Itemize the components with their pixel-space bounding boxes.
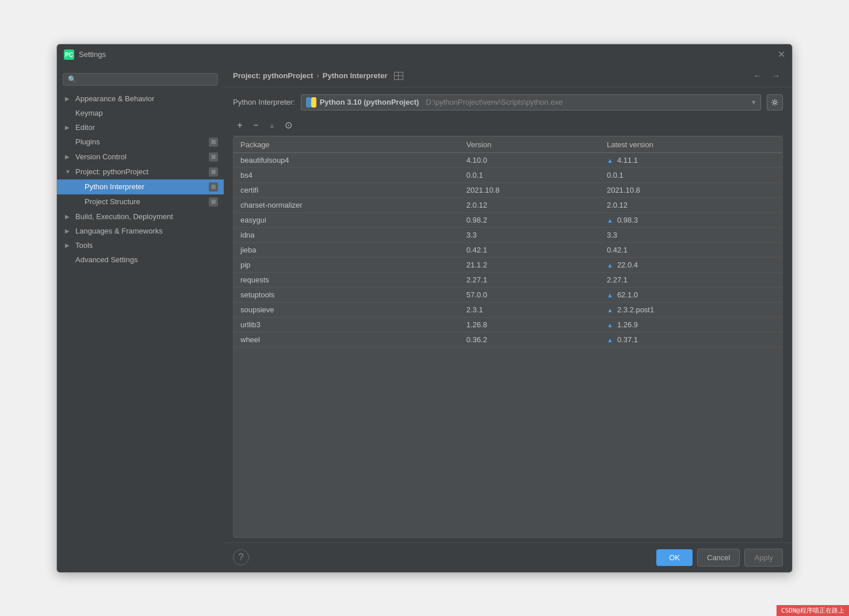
col-package: Package <box>234 137 460 153</box>
show-details-button[interactable]: ⊙ <box>281 118 295 132</box>
table-row[interactable]: setuptools57.0.0▲ 62.1.0 <box>234 287 782 302</box>
package-name: certifi <box>234 182 460 197</box>
breadcrumb-nav: ← → <box>751 70 783 82</box>
ok-button[interactable]: OK <box>656 549 693 566</box>
sidebar-item-languages-frameworks[interactable]: ▶ Languages & Frameworks <box>57 224 224 238</box>
cancel-button[interactable]: Cancel <box>697 549 740 567</box>
interpreter-select[interactable]: Python 3.10 (pythonProject) D:\pythonPro… <box>301 94 761 110</box>
sidebar-item-keymap[interactable]: Keymap <box>57 106 224 120</box>
table-row[interactable]: pip21.1.2▲ 22.0.4 <box>234 257 782 272</box>
upgrade-arrow-icon: ▲ <box>607 336 615 343</box>
package-version: 2.0.12 <box>460 197 600 212</box>
interpreter-value: Python 3.10 (pythonProject) <box>320 98 419 106</box>
table-row[interactable]: wheel0.36.2▲ 0.37.1 <box>234 332 782 347</box>
table-row[interactable]: soupsieve2.3.1▲ 2.3.2.post1 <box>234 302 782 317</box>
sidebar-item-plugins[interactable]: Plugins ⊞ <box>57 135 224 150</box>
package-version: 2.27.1 <box>460 272 600 287</box>
package-version: 1.26.8 <box>460 317 600 332</box>
remove-package-button[interactable]: − <box>249 118 263 132</box>
sidebar-item-project[interactable]: ▼ Project: pythonProject ⊞ <box>57 164 224 179</box>
sidebar-item-project-structure[interactable]: Project Structure ⊞ <box>57 194 224 209</box>
package-latest-version: ▲ 0.98.3 <box>600 212 782 227</box>
packages-panel: + − ▲ ⊙ Package Version Latest version <box>224 115 792 542</box>
svg-point-4 <box>774 101 777 104</box>
content-area: 🔍 ▶ Appearance & Behavior Keymap ▶ Edito… <box>57 65 792 572</box>
package-name: idna <box>234 227 460 242</box>
gear-icon <box>771 98 779 106</box>
breadcrumb: Project: pythonProject › Python Interpre… <box>233 71 403 80</box>
sidebar-item-label: Python Interpreter <box>85 182 144 191</box>
search-input[interactable] <box>80 75 213 83</box>
svg-rect-2 <box>306 97 311 108</box>
table-row[interactable]: bs40.0.10.0.1 <box>234 167 782 182</box>
packages-table-container[interactable]: Package Version Latest version beautiful… <box>233 136 783 538</box>
package-version: 0.98.2 <box>460 212 600 227</box>
table-row[interactable]: jieba0.42.10.42.1 <box>234 242 782 257</box>
table-row[interactable]: easygui0.98.2▲ 0.98.3 <box>234 212 782 227</box>
packages-table: Package Version Latest version beautiful… <box>234 137 782 347</box>
sidebar-item-label: Keymap <box>75 109 103 117</box>
interpreter-panel: Python Interpreter: Python 3.10 (pythonP… <box>224 87 792 115</box>
expand-icon: ▶ <box>65 124 72 131</box>
gear-button[interactable] <box>767 94 783 110</box>
python-interp-badge: ⊞ <box>209 182 218 192</box>
expand-icon: ▶ <box>65 213 72 220</box>
sidebar-item-label: Project: pythonProject <box>75 167 148 176</box>
window-title: Settings <box>79 50 106 59</box>
title-bar: PC Settings ✕ <box>57 44 792 65</box>
sidebar: 🔍 ▶ Appearance & Behavior Keymap ▶ Edito… <box>57 65 224 572</box>
sidebar-item-editor[interactable]: ▶ Editor <box>57 120 224 135</box>
table-row[interactable]: urllib31.26.8▲ 1.26.9 <box>234 317 782 332</box>
settings-window: PC Settings ✕ 🔍 ▶ Appearance & Behavior … <box>56 44 793 573</box>
nav-back-button[interactable]: ← <box>751 70 764 82</box>
sidebar-item-label: Languages & Frameworks <box>75 227 163 235</box>
table-row[interactable]: requests2.27.12.27.1 <box>234 272 782 287</box>
sidebar-item-version-control[interactable]: ▶ Version Control ⊞ <box>57 150 224 164</box>
upgrade-arrow-icon: ▲ <box>607 262 615 269</box>
interpreter-path: D:\pythonProject\venv\Scripts\python.exe <box>426 98 563 106</box>
search-box[interactable]: 🔍 <box>63 73 218 86</box>
package-latest-version: ▲ 62.1.0 <box>600 287 782 302</box>
package-version: 0.42.1 <box>460 242 600 257</box>
sidebar-item-tools[interactable]: ▶ Tools <box>57 238 224 252</box>
upgrade-arrow-icon: ▲ <box>607 307 615 313</box>
package-version: 0.36.2 <box>460 332 600 347</box>
close-button[interactable]: ✕ <box>778 49 785 60</box>
upgrade-arrow-icon: ▲ <box>607 217 615 224</box>
package-latest-version: 2021.10.8 <box>600 182 782 197</box>
breadcrumb-separator: › <box>316 71 319 80</box>
apply-button[interactable]: Apply <box>744 549 783 567</box>
main-wrapper: Project: pythonProject › Python Interpre… <box>224 65 792 572</box>
watermark: CSDN@程序喵正在路上 <box>777 605 849 616</box>
table-row[interactable]: idna3.33.3 <box>234 227 782 242</box>
sidebar-item-label: Plugins <box>75 137 100 146</box>
breadcrumb-current: Python Interpreter <box>323 71 388 80</box>
package-name: wheel <box>234 332 460 347</box>
help-button[interactable]: ? <box>233 549 249 565</box>
expand-icon: ▶ <box>65 95 72 102</box>
package-name: requests <box>234 272 460 287</box>
package-latest-version: ▲ 1.26.9 <box>600 317 782 332</box>
python-icon <box>306 97 316 108</box>
upgrade-arrow-icon: ▲ <box>607 292 615 299</box>
sidebar-item-build-execution[interactable]: ▶ Build, Execution, Deployment <box>57 209 224 224</box>
table-row[interactable]: beautifulsoup44.10.0▲ 4.11.1 <box>234 152 782 167</box>
nav-forward-button[interactable]: → <box>769 70 783 82</box>
table-row[interactable]: charset-normalizer2.0.122.0.12 <box>234 197 782 212</box>
add-package-button[interactable]: + <box>233 118 247 132</box>
sidebar-item-advanced-settings[interactable]: Advanced Settings <box>57 252 224 267</box>
sidebar-item-appearance[interactable]: ▶ Appearance & Behavior <box>57 91 224 106</box>
table-header-row: Package Version Latest version <box>234 137 782 153</box>
table-row[interactable]: certifi2021.10.82021.10.8 <box>234 182 782 197</box>
version-control-badge: ⊞ <box>209 152 218 162</box>
package-latest-version: ▲ 0.37.1 <box>600 332 782 347</box>
move-up-button[interactable]: ▲ <box>265 118 279 132</box>
package-version: 2.3.1 <box>460 302 600 317</box>
package-name: beautifulsoup4 <box>234 152 460 167</box>
sidebar-item-python-interpreter[interactable]: Python Interpreter ⊞ <box>57 179 224 194</box>
sidebar-item-label: Tools <box>75 241 93 250</box>
package-latest-version: ▲ 4.11.1 <box>600 152 782 167</box>
svg-text:PC: PC <box>65 52 73 58</box>
package-version: 21.1.2 <box>460 257 600 272</box>
expand-icon: ▶ <box>65 228 72 234</box>
